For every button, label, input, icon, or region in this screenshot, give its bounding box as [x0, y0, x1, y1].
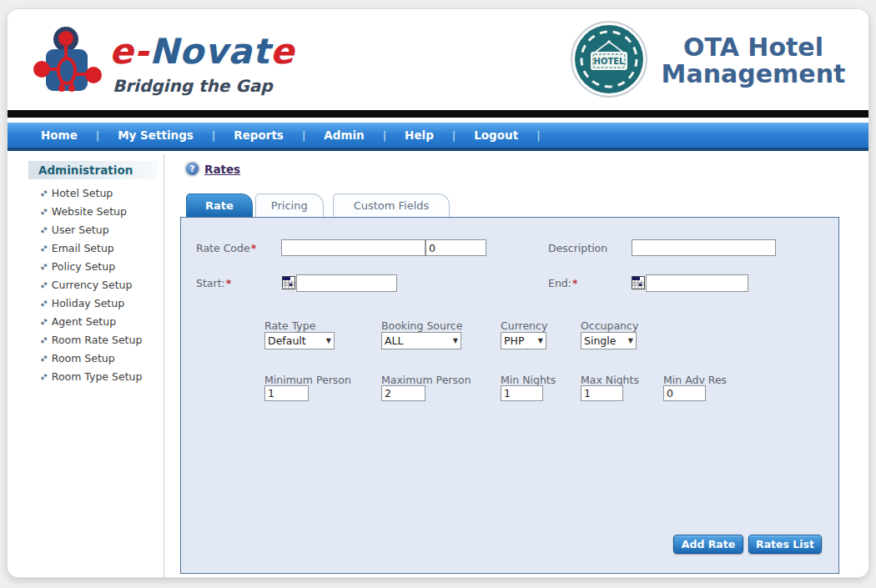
- double-asterisk-bullet-icon: ⁑: [35, 351, 52, 368]
- header: e-Novate Bridging the Gap HOTEL OTA Hote…: [8, 9, 868, 110]
- sidebar-item-label: User Setup: [52, 224, 109, 236]
- nav-item-my-settings[interactable]: My Settings: [111, 128, 200, 142]
- rate-type-label: Rate Type: [264, 319, 315, 332]
- sidebar-item-room-rate-setup[interactable]: ⁑Room Rate Setup: [8, 331, 164, 349]
- nav-item-home[interactable]: Home: [34, 128, 84, 142]
- currency-select[interactable]: PHP▼: [501, 332, 546, 349]
- description-input[interactable]: [632, 239, 776, 256]
- min-nights-input[interactable]: [501, 385, 543, 401]
- tab-rate[interactable]: Rate: [186, 193, 253, 217]
- nav-separator: |: [536, 129, 540, 142]
- sidebar-item-label: Policy Setup: [52, 260, 115, 273]
- sidebar-item-room-setup[interactable]: ⁑Room Setup: [8, 349, 164, 368]
- occupancy-select[interactable]: Single▼: [581, 332, 637, 349]
- sidebar-item-currency-setup[interactable]: ⁑Currency Setup: [8, 276, 164, 294]
- app-title-line1: OTA Hotel: [650, 34, 857, 61]
- sidebar-item-label: Agent Setup: [52, 315, 116, 328]
- app-title-line2: Management: [650, 61, 857, 88]
- sidebar-item-policy-setup[interactable]: ⁑Policy Setup: [8, 258, 164, 276]
- sidebar-item-room-type-setup[interactable]: ⁑Room Type Setup: [8, 368, 164, 386]
- sidebar-item-label: Room Type Setup: [52, 370, 143, 383]
- rate-code-aux-input[interactable]: [425, 239, 486, 256]
- puzzle-person-logo-icon: [24, 19, 106, 103]
- chevron-down-icon: ▼: [625, 337, 633, 344]
- tab-custom-fields[interactable]: Custom Fields: [333, 193, 451, 217]
- end-date-label: End:*: [548, 277, 578, 289]
- double-asterisk-bullet-icon: ⁑: [35, 259, 52, 276]
- main-nav: Home|My Settings|Reports|Admin|Help|Logo…: [8, 123, 868, 151]
- min-adv-res-label: Min Adv Res: [663, 374, 727, 386]
- maximum-person-input[interactable]: [381, 385, 425, 401]
- content-area: Administration ⁑Hotel Setup⁑Website Setu…: [8, 154, 868, 577]
- brand-mid: Novat: [149, 31, 270, 72]
- nav-item-reports[interactable]: Reports: [227, 128, 290, 142]
- max-nights-input[interactable]: [581, 385, 623, 401]
- double-asterisk-bullet-icon: ⁑: [35, 223, 52, 239]
- sidebar-item-label: Holiday Setup: [52, 297, 124, 309]
- booking-source-select[interactable]: ALL▼: [381, 332, 461, 349]
- double-asterisk-bullet-icon: ⁑: [35, 278, 52, 294]
- double-asterisk-bullet-icon: ⁑: [35, 241, 52, 258]
- main-panel: ? Rates RatePricingCustom Fields Rate Co…: [164, 154, 868, 577]
- end-calendar-icon[interactable]: [632, 276, 645, 289]
- occupancy-label: Occupancy: [581, 319, 638, 332]
- start-date-input[interactable]: [296, 274, 397, 292]
- minimum-person-label: Minimum Person: [264, 374, 351, 386]
- brand-wordmark: e-Novate: [109, 31, 295, 72]
- double-asterisk-bullet-icon: ⁑: [35, 186, 52, 203]
- brand-suffix: e: [270, 31, 295, 72]
- sidebar-item-hotel-setup[interactable]: ⁑Hotel Setup: [8, 184, 164, 203]
- double-asterisk-bullet-icon: ⁑: [35, 296, 52, 313]
- brand-prefix: e-: [109, 31, 149, 72]
- currency-label: Currency: [501, 319, 547, 332]
- chevron-down-icon: ▼: [323, 337, 331, 344]
- maximum-person-label: Maximum Person: [381, 374, 471, 386]
- start-date-label: Start:*: [196, 277, 231, 289]
- sidebar-item-label: Email Setup: [52, 242, 114, 254]
- sidebar-list: ⁑Hotel Setup⁑Website Setup⁑User Setup⁑Em…: [8, 184, 164, 386]
- sidebar-item-website-setup[interactable]: ⁑Website Setup: [8, 203, 164, 221]
- header-divider-bar: [8, 110, 868, 118]
- minimum-person-input[interactable]: [264, 385, 309, 401]
- nav-item-help[interactable]: Help: [398, 128, 441, 142]
- min-adv-res-input[interactable]: [663, 385, 706, 401]
- rate-code-input[interactable]: [281, 239, 425, 256]
- tab-bar: RatePricingCustom Fields: [186, 193, 452, 217]
- sidebar-item-holiday-setup[interactable]: ⁑Holiday Setup: [8, 294, 164, 313]
- tab-pricing[interactable]: Pricing: [255, 193, 324, 217]
- nav-item-admin[interactable]: Admin: [317, 128, 370, 142]
- nav-item-logout[interactable]: Logout: [467, 128, 525, 142]
- sidebar-item-label: Website Setup: [52, 205, 127, 218]
- nav-separator: |: [302, 129, 305, 142]
- max-nights-label: Max Nights: [581, 374, 639, 386]
- hotel-badge-icon: HOTEL: [571, 20, 647, 98]
- brand-tagline: Bridging the Gap: [113, 76, 273, 96]
- rates-list-button[interactable]: Rates List: [748, 535, 822, 554]
- double-asterisk-bullet-icon: ⁑: [35, 333, 52, 349]
- chevron-down-icon: ▼: [450, 337, 458, 344]
- add-rate-button[interactable]: Add Rate: [673, 535, 743, 554]
- sidebar-item-agent-setup[interactable]: ⁑Agent Setup: [8, 313, 164, 331]
- help-icon[interactable]: ?: [184, 161, 200, 177]
- app-title: OTA Hotel Management: [650, 34, 857, 88]
- nav-separator: |: [452, 129, 456, 142]
- sidebar-item-label: Room Setup: [52, 352, 115, 364]
- sidebar-item-user-setup[interactable]: ⁑User Setup: [8, 221, 164, 239]
- chevron-down-icon: ▼: [535, 337, 543, 344]
- sidebar-title: Administration: [28, 161, 158, 179]
- page-card: e-Novate Bridging the Gap HOTEL OTA Hote…: [7, 8, 869, 578]
- rate-form-panel: Rate Code* Description Start:* End:*: [180, 217, 839, 574]
- start-calendar-icon[interactable]: [282, 276, 295, 289]
- sidebar-item-label: Room Rate Setup: [52, 334, 143, 346]
- sidebar-item-email-setup[interactable]: ⁑Email Setup: [8, 239, 164, 258]
- rates-heading-link[interactable]: Rates: [204, 163, 240, 176]
- double-asterisk-bullet-icon: ⁑: [35, 314, 52, 331]
- page-heading: ? Rates: [184, 161, 240, 177]
- rate-type-select[interactable]: Default▼: [264, 332, 335, 349]
- sidebar-item-label: Hotel Setup: [52, 187, 113, 199]
- booking-source-label: Booking Source: [381, 319, 462, 332]
- nav-separator: |: [383, 129, 386, 142]
- double-asterisk-bullet-icon: ⁑: [35, 369, 52, 386]
- min-nights-label: Min Nights: [501, 374, 556, 386]
- end-date-input[interactable]: [646, 274, 748, 292]
